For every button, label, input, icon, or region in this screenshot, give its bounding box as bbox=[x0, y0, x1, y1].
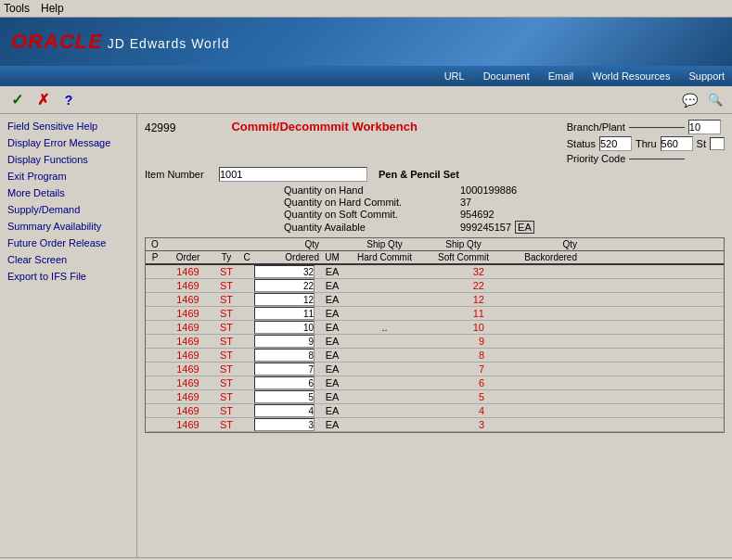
cell-ty: ST bbox=[213, 308, 239, 319]
cell-order: 1469 bbox=[162, 363, 213, 375]
table-row: 1469 ST EA 6 bbox=[146, 376, 724, 390]
table-header-row1: O Qty Ship Qty Ship Qty Qty bbox=[146, 238, 724, 251]
col-c: C bbox=[239, 252, 254, 262]
cell-ty: ST bbox=[213, 322, 239, 333]
branch-label: Branch/Plant bbox=[567, 121, 625, 133]
cell-um: EA bbox=[319, 336, 345, 347]
x-icon: ✗ bbox=[37, 91, 49, 108]
qty-hard-value: 37 bbox=[460, 197, 471, 208]
sidebar-item-future-order[interactable]: Future Order Release bbox=[0, 235, 136, 251]
nav-url[interactable]: URL bbox=[444, 70, 465, 82]
sidebar-item-exit[interactable]: Exit Program bbox=[0, 168, 136, 185]
content-area: 42999 Commit/Decommmit Workbench Branch/… bbox=[137, 114, 732, 557]
chat-icon: 💬 bbox=[682, 93, 698, 108]
col-ty: Ty bbox=[213, 252, 239, 262]
cell-qty-input[interactable] bbox=[254, 321, 315, 334]
table-row: 1469 ST EA 7 bbox=[146, 363, 724, 376]
check-button[interactable]: ✓ bbox=[7, 91, 26, 109]
col-o: O bbox=[148, 239, 162, 249]
item-input[interactable] bbox=[219, 167, 367, 182]
table-row: 1469 ST EA 4 bbox=[146, 404, 724, 418]
nav-document[interactable]: Document bbox=[483, 70, 530, 82]
help-button[interactable]: ? bbox=[59, 91, 78, 109]
thru-label: Thru bbox=[636, 138, 657, 149]
col-ordered: Ordered bbox=[254, 252, 319, 262]
branch-input[interactable] bbox=[688, 120, 721, 134]
nav-bar: URL Document Email World Resources Suppo… bbox=[0, 66, 732, 86]
cell-qty-input[interactable] bbox=[254, 293, 315, 306]
cell-qty-input[interactable] bbox=[254, 376, 315, 389]
qty-hard-label: Quantity on Hard Commit. bbox=[284, 197, 460, 208]
oracle-logo: ORACLE JD Edwards World bbox=[11, 30, 229, 54]
cell-ty: ST bbox=[213, 363, 239, 375]
cell-qty-input[interactable] bbox=[254, 363, 315, 375]
zoom-button[interactable]: 🔍 bbox=[706, 91, 725, 109]
status-to-input[interactable] bbox=[661, 136, 693, 151]
cell-um: EA bbox=[319, 377, 345, 388]
status-from-input[interactable] bbox=[599, 136, 632, 151]
cell-hard: .. bbox=[345, 322, 424, 333]
qty-soft-label: Quantity on Soft Commit. bbox=[284, 209, 460, 220]
cell-um: EA bbox=[319, 294, 345, 305]
cell-ty: ST bbox=[213, 391, 239, 402]
cancel-button[interactable]: ✗ bbox=[33, 91, 52, 109]
cell-qty-input[interactable] bbox=[254, 265, 315, 278]
menu-tools[interactable]: Tools bbox=[4, 2, 30, 15]
sidebar-item-display-functions[interactable]: Display Functions bbox=[0, 151, 136, 168]
cell-qty-input[interactable] bbox=[254, 307, 315, 320]
sidebar-item-field-help[interactable]: Field Sensitive Help bbox=[0, 118, 136, 134]
table-row: 1469 ST EA 12 bbox=[146, 293, 724, 307]
cell-ty: ST bbox=[213, 377, 239, 388]
cell-ty: ST bbox=[213, 350, 239, 361]
col-p: P bbox=[148, 252, 162, 262]
cell-qty-input[interactable] bbox=[254, 335, 315, 348]
priority-label: Priority Code bbox=[567, 153, 626, 164]
nav-support[interactable]: Support bbox=[688, 70, 725, 82]
qty-hand-label: Quantity on Hand bbox=[284, 185, 460, 196]
cell-soft: 7 bbox=[424, 363, 503, 375]
sidebar: Field Sensitive Help Display Error Messa… bbox=[0, 114, 137, 557]
cell-qty-input[interactable] bbox=[254, 418, 315, 431]
cell-soft: 8 bbox=[424, 350, 503, 361]
cell-order: 1469 bbox=[162, 308, 213, 319]
cell-um: EA bbox=[319, 280, 345, 291]
cell-ty: ST bbox=[213, 294, 239, 305]
question-icon: ? bbox=[65, 93, 73, 108]
table-body: 1469 ST EA 32 1469 ST EA 22 1469 ST EA 1… bbox=[146, 265, 724, 432]
item-label: Item Number bbox=[145, 169, 219, 180]
chat-button[interactable]: 💬 bbox=[680, 91, 699, 109]
cell-soft: 9 bbox=[424, 336, 503, 347]
table-row: 1469 ST EA 22 bbox=[146, 279, 724, 293]
sidebar-item-export[interactable]: Export to IFS File bbox=[0, 268, 136, 285]
sidebar-item-supply-demand[interactable]: Supply/Demand bbox=[0, 201, 136, 218]
cell-ty: ST bbox=[213, 419, 239, 430]
cell-um: EA bbox=[319, 363, 345, 375]
sidebar-item-clear[interactable]: Clear Screen bbox=[0, 251, 136, 268]
cell-qty-input[interactable] bbox=[254, 390, 315, 403]
col-empty3 bbox=[239, 239, 254, 249]
cell-soft: 32 bbox=[424, 266, 503, 277]
form-title: Commit/Decommmit Workbench bbox=[231, 120, 417, 134]
cell-qty-input[interactable] bbox=[254, 404, 315, 417]
cell-order: 1469 bbox=[162, 336, 213, 347]
cell-ty: ST bbox=[213, 280, 239, 291]
col-hard-commit: Hard Commit bbox=[345, 252, 424, 262]
sidebar-item-more-details[interactable]: More Details bbox=[0, 185, 136, 201]
col-backordered: Backordered bbox=[503, 252, 577, 262]
cell-qty-input[interactable] bbox=[254, 279, 315, 292]
sidebar-item-summary[interactable]: Summary Availability bbox=[0, 218, 136, 235]
col-qty-back: Qty bbox=[503, 239, 577, 249]
cell-order: 1469 bbox=[162, 419, 213, 430]
col-qty: Qty bbox=[254, 239, 319, 249]
main-container: Field Sensitive Help Display Error Messa… bbox=[0, 114, 732, 557]
menu-help[interactable]: Help bbox=[41, 2, 64, 15]
nav-world-resources[interactable]: World Resources bbox=[592, 70, 670, 82]
sidebar-item-display-error[interactable]: Display Error Message bbox=[0, 134, 136, 151]
nav-email[interactable]: Email bbox=[548, 70, 574, 82]
qty-avail-value: 999245157 bbox=[460, 222, 511, 233]
cell-qty-input[interactable] bbox=[254, 349, 315, 362]
menu-bar: Tools Help bbox=[0, 0, 732, 18]
cell-soft: 6 bbox=[424, 377, 503, 388]
table-row: 1469 ST EA 9 bbox=[146, 335, 724, 349]
cell-soft: 10 bbox=[424, 322, 503, 333]
